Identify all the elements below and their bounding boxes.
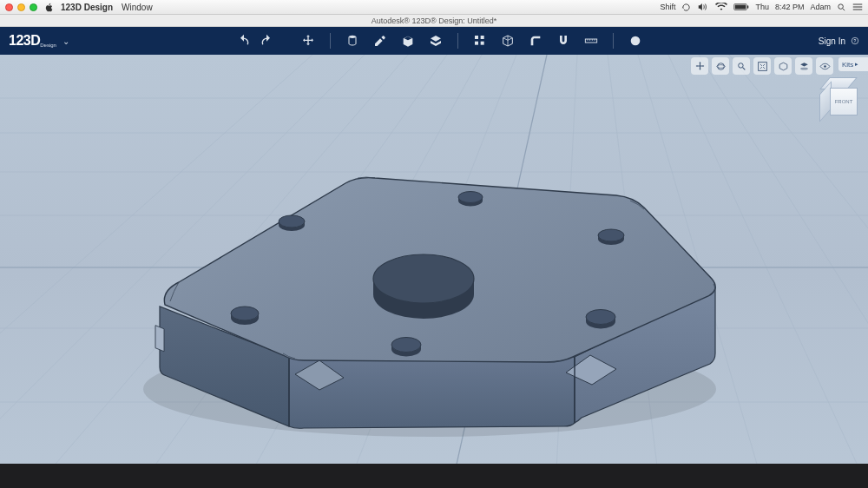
primitive-box-button[interactable] <box>400 33 416 49</box>
mac-status-right: Shift Thu 8:42 PM Adam <box>660 3 863 12</box>
logo-sub: Design <box>40 43 56 48</box>
svg-point-40 <box>458 192 483 203</box>
document-title-bar: Autodesk® 123D® Design: Untitled* <box>0 15 868 27</box>
svg-point-10 <box>631 36 641 46</box>
svg-point-46 <box>738 63 742 67</box>
spotlight-icon[interactable] <box>837 3 846 12</box>
svg-point-4 <box>349 36 356 38</box>
measure-ruler-button[interactable] <box>583 33 599 49</box>
svg-rect-36 <box>155 326 164 352</box>
viewport[interactable]: Kits ▸ FRONT <box>0 55 868 488</box>
svg-point-44 <box>717 63 724 69</box>
document-title: Autodesk® 123D® Design: Untitled* <box>372 16 496 25</box>
transform-tool-button[interactable] <box>300 33 316 49</box>
svg-point-42 <box>586 310 615 325</box>
help-icon[interactable]: ? <box>851 36 859 45</box>
user-name[interactable]: Adam <box>810 3 831 11</box>
svg-rect-47 <box>758 62 766 70</box>
svg-rect-1 <box>735 5 746 10</box>
kits-caret-icon: ▸ <box>855 61 858 68</box>
logo-menu-caret-icon[interactable]: ⌄ <box>62 36 69 46</box>
mac-menu-bar: 123D Design Window Shift Thu 8:42 PM Ada… <box>0 0 868 15</box>
battery-icon[interactable] <box>733 3 749 11</box>
svg-point-41 <box>598 229 624 241</box>
array-pattern-button[interactable] <box>472 33 488 49</box>
view-cube[interactable]: FRONT <box>818 77 859 119</box>
snap-magnet-button[interactable] <box>556 33 571 49</box>
minimize-window-button[interactable] <box>17 3 25 11</box>
orbit-button[interactable] <box>712 57 729 75</box>
svg-rect-9 <box>585 39 596 43</box>
logo-main: 123D <box>9 33 40 49</box>
clock-day[interactable]: Thu <box>755 3 769 11</box>
kits-panel-tab[interactable]: Kits ▸ <box>838 57 868 71</box>
svg-point-48 <box>800 67 808 69</box>
nav-toolbar <box>691 57 833 75</box>
svg-point-37 <box>373 254 474 303</box>
svg-text:?: ? <box>854 38 857 43</box>
sketch-tool-button[interactable] <box>372 33 388 49</box>
shape-construct-button[interactable] <box>428 33 444 49</box>
svg-rect-5 <box>475 36 478 39</box>
svg-rect-7 <box>475 42 478 45</box>
sign-in-link[interactable]: Sign In <box>819 36 845 46</box>
volume-icon[interactable] <box>697 3 709 11</box>
apple-icon[interactable] <box>44 3 54 12</box>
visibility-button[interactable] <box>816 57 833 75</box>
app-toolbar: 123D Design ⌄ Sign In ? <box>0 27 868 55</box>
shift-indicator: Shift <box>660 3 675 11</box>
undo-button[interactable] <box>236 33 252 49</box>
svg-point-49 <box>824 65 826 68</box>
material-button[interactable] <box>628 33 643 49</box>
svg-rect-6 <box>481 36 484 39</box>
wifi-icon[interactable] <box>715 3 727 11</box>
svg-point-39 <box>279 215 305 228</box>
viewcube-front-face[interactable]: FRONT <box>830 88 858 115</box>
zoom-window-button[interactable] <box>30 3 37 11</box>
zoom-button[interactable] <box>733 57 750 75</box>
close-window-button[interactable] <box>5 3 13 11</box>
redo-button[interactable] <box>259 33 274 49</box>
frame-bottom-bar <box>0 464 868 488</box>
svg-point-38 <box>231 307 259 320</box>
app-logo[interactable]: 123D Design ⌄ <box>9 33 69 49</box>
kits-label: Kits <box>842 61 853 69</box>
svg-rect-2 <box>747 5 748 8</box>
shadow-toggle-button[interactable] <box>795 57 812 75</box>
mac-menu-window[interactable]: Window <box>122 3 153 12</box>
svg-rect-8 <box>481 42 484 45</box>
sync-icon[interactable] <box>681 3 691 12</box>
primitive-cylinder-button[interactable] <box>345 33 360 49</box>
svg-point-43 <box>391 338 421 353</box>
mac-app-name[interactable]: 123D Design <box>61 3 113 12</box>
svg-line-25 <box>729 55 868 488</box>
clock-time[interactable]: 8:42 PM <box>775 3 805 11</box>
menu-extras-icon[interactable] <box>852 3 863 11</box>
group-button[interactable] <box>500 33 516 49</box>
display-mode-button[interactable] <box>774 57 792 75</box>
pan-button[interactable] <box>691 57 708 75</box>
svg-point-3 <box>838 3 844 9</box>
hex-flange-model[interactable] <box>130 89 738 454</box>
traffic-lights <box>5 3 37 11</box>
fit-view-button[interactable] <box>753 57 771 75</box>
chamfer-fillet-button[interactable] <box>528 33 543 49</box>
